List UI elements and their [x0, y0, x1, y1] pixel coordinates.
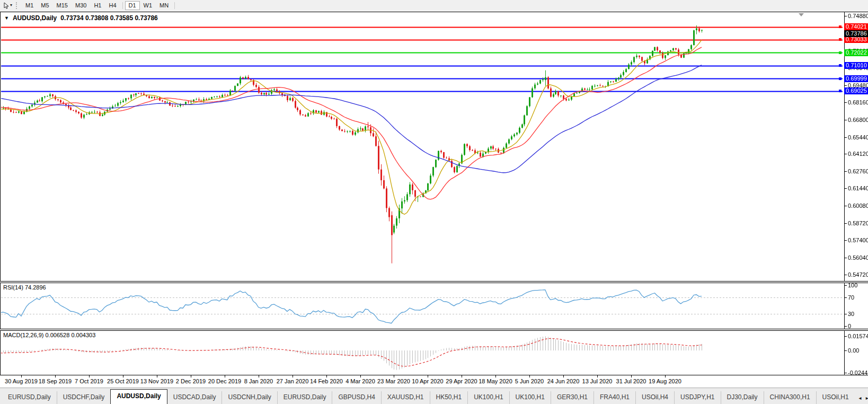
hline-price-box[interactable]: 0.74021	[844, 23, 868, 30]
date-tick-label: 13 Nov 2019	[140, 378, 173, 384]
date-tick-label: 19 Aug 2020	[649, 378, 681, 384]
chart-tab-usdjpy-h1[interactable]: USDJPY,H1	[674, 391, 720, 404]
timeframe-button-d1[interactable]: D1	[125, 1, 140, 10]
date-tick-mark	[21, 375, 22, 377]
hline-price-box[interactable]: 0.69025	[844, 87, 868, 94]
mt4-window: { "toolbar": { "cursor_tool": {"icon": "…	[0, 0, 868, 404]
chart-shift-marker-icon[interactable]	[799, 13, 804, 16]
chart-tab-gbpusd-h4[interactable]: GBPUSD,H4	[332, 391, 380, 404]
date-tick-label: 29 Apr 2020	[446, 378, 477, 384]
chart-tab-fra40-h1[interactable]: FRA40,H1	[594, 391, 635, 404]
toolbar-separator	[174, 2, 175, 9]
date-tick-mark	[360, 375, 361, 377]
macd-pane[interactable]: MACD(12,26,9) 0.006528 0.004303	[0, 330, 868, 375]
chart-tab-eurusd-daily[interactable]: EURUSD,Daily	[277, 391, 332, 404]
tab-scroll-arrows: ◂▸	[855, 395, 868, 404]
chart-tab-dj30-daily[interactable]: DJ30,Daily	[721, 391, 764, 404]
chart-tab-xauusd-h1[interactable]: XAUUSD,H1	[381, 391, 430, 404]
chart-menu-icon[interactable]: ▼	[4, 15, 9, 21]
hline-price-box[interactable]: 0.72022	[844, 49, 868, 56]
cursor-arrow-icon	[3, 2, 10, 9]
chart-tab-usoil-h4[interactable]: USOil,H4	[635, 391, 674, 404]
date-tick-mark	[394, 375, 394, 377]
timeframe-button-h1[interactable]: H1	[90, 1, 105, 10]
date-tick-mark	[55, 375, 56, 377]
chart-tab-audusd-daily[interactable]: AUDUSD,Daily	[110, 389, 167, 404]
date-tick-label: 8 Jan 2020	[244, 378, 273, 384]
hline-price-box[interactable]: 0.71010	[844, 62, 868, 69]
date-tick-mark	[665, 375, 666, 377]
date-tick-label: 10 Apr 2020	[412, 378, 443, 384]
current-price-box: 0.73786	[844, 30, 868, 37]
tab-scroll-right-icon[interactable]: ▸	[866, 395, 868, 401]
cursor-tool-button[interactable]: ▾	[2, 1, 14, 10]
timeframe-button-m30[interactable]: M30	[72, 1, 90, 10]
toolbar-grip[interactable]	[16, 2, 19, 9]
chart-tab-usdcnh-daily[interactable]: USDCNH,Daily	[222, 391, 277, 404]
chevron-down-icon: ▾	[10, 3, 12, 7]
date-tick-mark	[495, 375, 496, 377]
date-tick-label: 23 Mar 2020	[377, 378, 410, 384]
date-tick-label: 7 Oct 2019	[75, 378, 103, 384]
date-tick-mark	[225, 375, 225, 377]
date-tick-label: 31 Jul 2020	[616, 378, 646, 384]
date-axis[interactable]: 30 Aug 201918 Sep 20197 Oct 201925 Oct 2…	[0, 375, 868, 388]
hline-price-box[interactable]: 0.69999	[844, 75, 868, 82]
chart-tab-usoil-h1[interactable]: USOil,H1	[816, 391, 855, 404]
date-tick-mark	[293, 375, 293, 377]
date-tick-label: 5 Jun 2020	[515, 378, 544, 384]
main-chart-pane[interactable]: ▼ AUDUSD,Daily 0.73734 0.73808 0.73585 0…	[0, 12, 868, 282]
chart-tab-eurusd-daily[interactable]: EURUSD,Daily	[2, 391, 57, 404]
chart-title-symbol: AUDUSD,Daily	[13, 14, 57, 22]
rsi-pane[interactable]: RSI(14) 74.2896	[0, 283, 868, 329]
timeframe-buttons: M1M5M15M30H1H4D1W1MN	[22, 1, 172, 10]
date-tick-label: 30 Aug 2019	[5, 378, 38, 384]
chart-tab-bar: EURUSD,DailyUSDCHF,DailyAUDUSD,DailyUSDC…	[0, 388, 868, 404]
rsi-label: RSI(14) 74.2896	[3, 284, 46, 291]
tab-scroll-left-icon[interactable]: ◂	[859, 395, 862, 401]
timeframe-button-m15[interactable]: M15	[53, 1, 72, 10]
date-tick-mark	[326, 375, 327, 377]
chart-tab-china300-h1[interactable]: CHINA300,H1	[764, 391, 816, 404]
date-tick-label: 13 Jul 2020	[582, 378, 613, 384]
date-tick-mark	[563, 375, 564, 377]
date-tick-mark	[428, 375, 428, 377]
toolbar: ▾ M1M5M15M30H1H4D1W1MN	[0, 0, 868, 11]
chart-tab-usdcad-daily[interactable]: USDCAD,Daily	[167, 391, 222, 404]
date-tick-mark	[462, 375, 462, 377]
timeframe-button-h4[interactable]: H4	[105, 1, 120, 10]
date-tick-mark	[89, 375, 90, 377]
chart-title: ▼ AUDUSD,Daily 0.73734 0.73808 0.73585 0…	[4, 14, 158, 22]
date-tick-mark	[259, 375, 259, 377]
chart-tab-uk100-h1[interactable]: UK100,H1	[467, 391, 509, 404]
toolbar-separator	[122, 2, 123, 9]
chart-tab-ger30-h1[interactable]: GER30,H1	[551, 391, 594, 404]
timeframe-button-w1[interactable]: W1	[140, 1, 156, 10]
date-tick-label: 18 May 2020	[479, 378, 512, 384]
date-tick-mark	[123, 375, 123, 377]
date-tick-label: 18 Sep 2019	[39, 378, 72, 384]
macd-label: MACD(12,26,9) 0.006528 0.004303	[3, 332, 95, 338]
date-tick-mark	[191, 375, 191, 377]
date-tick-mark	[529, 375, 530, 377]
chart-tab-usdchf-daily[interactable]: USDCHF,Daily	[57, 391, 111, 404]
date-tick-label: 14 Feb 2020	[310, 378, 343, 384]
timeframe-button-mn[interactable]: MN	[156, 1, 172, 10]
rsi-axis-line	[844, 283, 845, 329]
date-tick-label: 2 Dec 2019	[176, 378, 206, 384]
date-tick-label: 24 Jun 2020	[547, 378, 580, 384]
date-tick-label: 25 Oct 2019	[107, 378, 139, 384]
date-tick-mark	[157, 375, 157, 377]
timeframe-button-m1[interactable]: M1	[22, 1, 37, 10]
date-tick-label: 4 Mar 2020	[346, 378, 375, 384]
date-tick-mark	[597, 375, 598, 377]
date-tick-mark	[631, 375, 632, 377]
chart-tab-uk100-h1[interactable]: UK100,H1	[509, 391, 551, 404]
date-tick-label: 27 Jan 2020	[277, 378, 309, 384]
chart-title-ohlc: 0.73734 0.73808 0.73585 0.73786	[60, 14, 158, 22]
date-tick-label: 20 Dec 2019	[208, 378, 241, 384]
chart-tab-hk50-h1[interactable]: HK50,H1	[430, 391, 468, 404]
macd-axis-line	[844, 331, 845, 375]
timeframe-button-m5[interactable]: M5	[37, 1, 52, 10]
